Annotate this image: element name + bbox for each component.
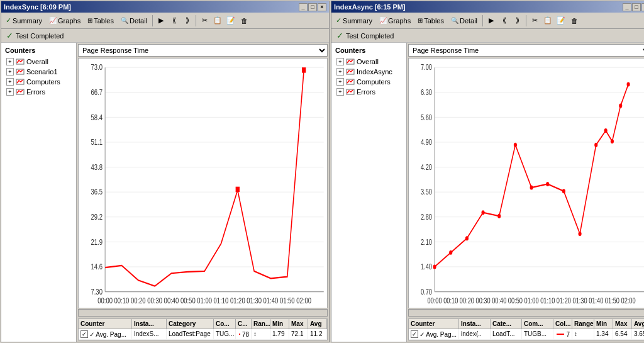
computers-icon-right	[346, 77, 355, 86]
right-close-button[interactable]: ×	[641, 3, 644, 11]
svg-text:00:20: 00:20	[131, 296, 146, 305]
svg-point-83	[482, 210, 485, 215]
toolbar-icon-5[interactable]: 📋	[211, 14, 224, 27]
row-checkbox-right[interactable]: ✓	[411, 330, 418, 338]
sidebar-label-overall-right: Overall	[357, 58, 379, 65]
tables-tab-right[interactable]: ⊞ Tables	[414, 14, 447, 27]
summary-tab-left[interactable]: ✓ Summary	[3, 14, 45, 27]
sidebar-item-scenario1-left[interactable]: + Scenario1	[1, 67, 76, 77]
tables-tab-left[interactable]: ⊞ Tables	[84, 14, 117, 27]
row-checkbox-left[interactable]: ✓	[80, 330, 88, 338]
right-minimize-button[interactable]: _	[623, 3, 631, 11]
svg-text:01:20: 01:20	[230, 296, 245, 305]
col-min-left: Min	[270, 319, 289, 329]
toolbar-icon-6[interactable]: 📝	[225, 14, 237, 27]
right-status-text: Test Completed	[346, 32, 394, 40]
left-window-controls: _ □ ×	[299, 3, 326, 11]
detail-tab-left[interactable]: 🔍 Detail	[118, 14, 150, 27]
expand-icon-errors-right[interactable]: +	[336, 88, 344, 96]
red-line-right	[557, 334, 564, 335]
col-co-left: Co...	[214, 319, 236, 329]
svg-text:2.10: 2.10	[421, 237, 432, 246]
svg-text:7.30: 7.30	[91, 287, 102, 296]
right-row-avg: 3.65	[632, 329, 644, 339]
left-table-row: ✓ ✓ Avg. Pag... IndexS... LoadTest:Page …	[79, 329, 327, 340]
left-scrollbar[interactable]	[78, 309, 328, 317]
left-chart-title-select[interactable]: Page Response Time	[78, 44, 328, 57]
left-sidebar: Counters + Overall + Scenario1 + Compute…	[1, 43, 77, 342]
toolbar-icon-2[interactable]: ⟪	[168, 14, 180, 27]
summary-tab-right[interactable]: ✓ Summary	[333, 14, 375, 27]
expand-icon-errors-left[interactable]: +	[6, 88, 14, 96]
overall-icon-left	[16, 57, 25, 66]
svg-text:00:10: 00:10	[114, 296, 130, 305]
left-chart-svg: 73.0 66.7 58.4 51.1 43.8 36.5 29.2 21.9 …	[79, 59, 327, 308]
col-avg-left: Avg	[308, 319, 327, 329]
svg-text:01:00: 01:00	[197, 296, 212, 305]
detail-tab-right[interactable]: 🔍 Detail	[448, 14, 480, 27]
expand-icon-overall-left[interactable]: +	[6, 58, 14, 65]
expand-icon-computers-right[interactable]: +	[336, 78, 344, 86]
expand-icon-computers-left[interactable]: +	[6, 78, 14, 86]
sidebar-item-indexasync-right[interactable]: + IndexAsync	[331, 67, 406, 77]
right-scrollbar[interactable]	[408, 309, 644, 317]
right-restore-button[interactable]: □	[632, 3, 641, 11]
sidebar-item-errors-left[interactable]: + Errors	[1, 87, 76, 97]
svg-point-92	[611, 139, 614, 143]
toolbar-icon-3[interactable]: ⟫	[181, 14, 194, 27]
left-panel: IndexSync [6:09 PM] _ □ × ✓ Summary 📈 Gr…	[1, 1, 330, 342]
graphs-tab-right[interactable]: 📈 Graphs	[376, 14, 414, 27]
sidebar-item-computers-left[interactable]: + Computers	[1, 77, 76, 87]
svg-point-89	[579, 232, 582, 236]
svg-text:00:20: 00:20	[460, 296, 474, 305]
expand-icon-indexasync[interactable]: +	[336, 68, 344, 76]
expand-icon-overall-right[interactable]: +	[336, 58, 344, 65]
left-row-avg: 11.2	[308, 329, 327, 339]
right-toolbar-icon-5[interactable]: 📋	[541, 14, 554, 27]
right-toolbar-icon-2[interactable]: ⟪	[498, 14, 511, 27]
svg-point-93	[619, 103, 622, 108]
toolbar-icon-7[interactable]: 🗑	[238, 14, 250, 27]
right-row-max: 6.54	[613, 329, 632, 339]
svg-text:00:50: 00:50	[180, 296, 196, 305]
expand-icon-scenario1[interactable]: +	[6, 68, 14, 76]
right-toolbar-icon-4[interactable]: ✂	[528, 14, 541, 27]
svg-text:01:00: 01:00	[525, 296, 539, 305]
right-toolbar-icon-3[interactable]: ⟫	[511, 14, 524, 27]
svg-text:00:30: 00:30	[476, 296, 491, 305]
sidebar-label-scenario1: Scenario1	[26, 68, 58, 76]
svg-text:21.9: 21.9	[91, 237, 102, 246]
right-row-instance: index(..	[459, 329, 491, 339]
svg-point-86	[530, 186, 533, 190]
col-category-left: Category	[167, 319, 214, 329]
toolbar-icon-1[interactable]: ▶	[155, 14, 167, 27]
right-toolbar-icon-7[interactable]: 🗑	[568, 14, 580, 27]
restore-button[interactable]: □	[308, 3, 317, 11]
svg-point-88	[562, 189, 565, 193]
sidebar-item-overall-right[interactable]: + Overall	[331, 57, 406, 67]
right-chart-svg: 7.00 6.30 5.60 4.90 4.20 3.50 2.80 2.10 …	[409, 59, 644, 308]
computers-icon-left	[16, 77, 25, 86]
svg-text:02:00: 02:00	[621, 296, 636, 305]
svg-text:00:00: 00:00	[428, 296, 442, 305]
left-title-bar: IndexSync [6:09 PM] _ □ ×	[1, 1, 329, 13]
left-toolbar: ✓ Summary 📈 Graphs ⊞ Tables 🔍 Detail ▶ ⟪…	[1, 13, 329, 29]
right-toolbar-icon-6[interactable]: 📝	[555, 14, 567, 27]
right-row-c: 7	[553, 329, 572, 339]
minimize-button[interactable]: _	[299, 3, 308, 11]
sidebar-item-overall-left[interactable]: + Overall	[1, 57, 76, 67]
svg-text:01:30: 01:30	[573, 296, 587, 305]
right-chart-title-select[interactable]: Page Response Time	[408, 44, 644, 57]
svg-rect-39	[236, 187, 240, 192]
toolbar-icon-4[interactable]: ✂	[198, 14, 211, 27]
sidebar-item-errors-right[interactable]: + Errors	[331, 87, 406, 97]
graphs-tab-left[interactable]: 📈 Graphs	[46, 14, 84, 27]
right-toolbar-icon-1[interactable]: ▶	[485, 14, 497, 27]
close-button[interactable]: ×	[318, 3, 326, 11]
left-row-instance: IndexS...	[132, 329, 167, 339]
sidebar-item-computers-right[interactable]: + Computers	[331, 77, 406, 87]
left-chart-area: Page Response Time	[77, 43, 329, 342]
red-line-left	[239, 334, 240, 335]
right-col-avg: Avg	[632, 319, 644, 329]
left-row-co: TUG...	[214, 329, 236, 339]
